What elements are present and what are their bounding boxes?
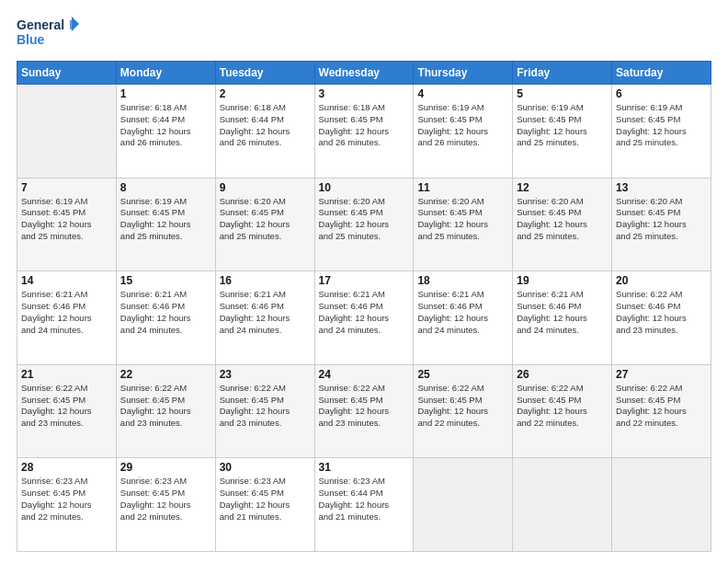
calendar-cell: 15Sunrise: 6:21 AMSunset: 6:46 PMDayligh… <box>116 271 215 365</box>
day-number: 23 <box>220 368 311 381</box>
day-info: Sunrise: 6:20 AMSunset: 6:45 PMDaylight:… <box>616 196 707 243</box>
day-number: 28 <box>21 461 112 474</box>
day-info: Sunrise: 6:21 AMSunset: 6:46 PMDaylight:… <box>417 289 508 336</box>
day-info: Sunrise: 6:23 AMSunset: 6:45 PMDaylight:… <box>120 476 211 523</box>
calendar-cell: 16Sunrise: 6:21 AMSunset: 6:46 PMDayligh… <box>215 271 314 365</box>
calendar-cell: 18Sunrise: 6:21 AMSunset: 6:46 PMDayligh… <box>414 271 513 365</box>
day-info: Sunrise: 6:22 AMSunset: 6:45 PMDaylight:… <box>120 383 211 430</box>
day-number: 30 <box>220 461 311 474</box>
day-number: 29 <box>120 461 211 474</box>
calendar-cell: 13Sunrise: 6:20 AMSunset: 6:45 PMDayligh… <box>612 178 711 271</box>
day-info: Sunrise: 6:19 AMSunset: 6:45 PMDaylight:… <box>616 102 707 149</box>
day-number: 20 <box>616 274 707 287</box>
calendar-cell: 3Sunrise: 6:18 AMSunset: 6:45 PMDaylight… <box>314 85 414 178</box>
day-number: 12 <box>517 181 608 194</box>
day-info: Sunrise: 6:19 AMSunset: 6:45 PMDaylight:… <box>21 196 112 243</box>
calendar-cell: 25Sunrise: 6:22 AMSunset: 6:45 PMDayligh… <box>414 364 513 458</box>
calendar-week-row: 28Sunrise: 6:23 AMSunset: 6:45 PMDayligh… <box>17 458 711 552</box>
day-info: Sunrise: 6:19 AMSunset: 6:45 PMDaylight:… <box>517 102 608 149</box>
day-info: Sunrise: 6:23 AMSunset: 6:45 PMDaylight:… <box>220 476 311 523</box>
day-number: 5 <box>517 87 608 100</box>
day-info: Sunrise: 6:22 AMSunset: 6:45 PMDaylight:… <box>319 383 410 430</box>
day-number: 25 <box>417 368 508 381</box>
day-number: 8 <box>120 181 211 194</box>
calendar-cell: 19Sunrise: 6:21 AMSunset: 6:46 PMDayligh… <box>513 271 612 365</box>
calendar-day-header: Monday <box>116 62 215 85</box>
calendar-cell: 29Sunrise: 6:23 AMSunset: 6:45 PMDayligh… <box>116 458 215 552</box>
calendar-cell: 7Sunrise: 6:19 AMSunset: 6:45 PMDaylight… <box>17 178 117 271</box>
day-number: 22 <box>120 368 211 381</box>
calendar-cell: 21Sunrise: 6:22 AMSunset: 6:45 PMDayligh… <box>17 364 117 458</box>
calendar-cell <box>414 458 513 552</box>
day-number: 18 <box>417 274 508 287</box>
day-info: Sunrise: 6:20 AMSunset: 6:45 PMDaylight:… <box>220 196 311 243</box>
day-info: Sunrise: 6:18 AMSunset: 6:45 PMDaylight:… <box>319 102 410 149</box>
day-number: 6 <box>616 87 707 100</box>
logo-svg: General Blue <box>17 15 81 52</box>
calendar-cell: 5Sunrise: 6:19 AMSunset: 6:45 PMDaylight… <box>513 85 612 178</box>
day-info: Sunrise: 6:21 AMSunset: 6:46 PMDaylight:… <box>120 289 211 336</box>
day-number: 7 <box>21 181 112 194</box>
day-number: 16 <box>220 274 311 287</box>
calendar-week-row: 1Sunrise: 6:18 AMSunset: 6:44 PMDaylight… <box>17 85 711 178</box>
day-info: Sunrise: 6:19 AMSunset: 6:45 PMDaylight:… <box>120 196 211 243</box>
day-number: 2 <box>220 87 311 100</box>
calendar-cell: 12Sunrise: 6:20 AMSunset: 6:45 PMDayligh… <box>513 178 612 271</box>
day-number: 11 <box>417 181 508 194</box>
day-info: Sunrise: 6:20 AMSunset: 6:45 PMDaylight:… <box>517 196 608 243</box>
day-info: Sunrise: 6:21 AMSunset: 6:46 PMDaylight:… <box>21 289 112 336</box>
calendar-week-row: 14Sunrise: 6:21 AMSunset: 6:46 PMDayligh… <box>17 271 711 365</box>
day-number: 14 <box>21 274 112 287</box>
calendar-cell: 2Sunrise: 6:18 AMSunset: 6:44 PMDaylight… <box>215 85 314 178</box>
day-info: Sunrise: 6:23 AMSunset: 6:44 PMDaylight:… <box>319 476 410 523</box>
calendar-cell: 22Sunrise: 6:22 AMSunset: 6:45 PMDayligh… <box>116 364 215 458</box>
calendar-header: SundayMondayTuesdayWednesdayThursdayFrid… <box>17 62 711 85</box>
calendar-cell: 27Sunrise: 6:22 AMSunset: 6:45 PMDayligh… <box>612 364 711 458</box>
day-info: Sunrise: 6:19 AMSunset: 6:45 PMDaylight:… <box>417 102 508 149</box>
logo: General Blue <box>17 15 81 52</box>
day-info: Sunrise: 6:22 AMSunset: 6:45 PMDaylight:… <box>417 383 508 430</box>
day-number: 26 <box>517 368 608 381</box>
calendar-cell: 6Sunrise: 6:19 AMSunset: 6:45 PMDaylight… <box>612 85 711 178</box>
calendar-day-header: Tuesday <box>215 62 314 85</box>
day-number: 10 <box>319 181 410 194</box>
day-info: Sunrise: 6:22 AMSunset: 6:45 PMDaylight:… <box>220 383 311 430</box>
calendar-cell: 17Sunrise: 6:21 AMSunset: 6:46 PMDayligh… <box>314 271 414 365</box>
calendar-day-header: Saturday <box>612 62 711 85</box>
calendar-cell <box>17 85 117 178</box>
calendar-cell: 10Sunrise: 6:20 AMSunset: 6:45 PMDayligh… <box>314 178 414 271</box>
calendar-cell: 23Sunrise: 6:22 AMSunset: 6:45 PMDayligh… <box>215 364 314 458</box>
calendar-cell: 8Sunrise: 6:19 AMSunset: 6:45 PMDaylight… <box>116 178 215 271</box>
day-number: 13 <box>616 181 707 194</box>
day-info: Sunrise: 6:18 AMSunset: 6:44 PMDaylight:… <box>120 102 211 149</box>
calendar-cell: 26Sunrise: 6:22 AMSunset: 6:45 PMDayligh… <box>513 364 612 458</box>
day-info: Sunrise: 6:22 AMSunset: 6:46 PMDaylight:… <box>616 289 707 336</box>
day-info: Sunrise: 6:22 AMSunset: 6:45 PMDaylight:… <box>616 383 707 430</box>
calendar-cell: 4Sunrise: 6:19 AMSunset: 6:45 PMDaylight… <box>414 85 513 178</box>
day-number: 17 <box>319 274 410 287</box>
header: General Blue <box>17 15 711 52</box>
day-number: 4 <box>417 87 508 100</box>
calendar-cell: 1Sunrise: 6:18 AMSunset: 6:44 PMDaylight… <box>116 85 215 178</box>
day-number: 19 <box>517 274 608 287</box>
calendar-cell: 11Sunrise: 6:20 AMSunset: 6:45 PMDayligh… <box>414 178 513 271</box>
day-info: Sunrise: 6:18 AMSunset: 6:44 PMDaylight:… <box>220 102 311 149</box>
day-number: 1 <box>120 87 211 100</box>
calendar-cell: 30Sunrise: 6:23 AMSunset: 6:45 PMDayligh… <box>215 458 314 552</box>
day-info: Sunrise: 6:23 AMSunset: 6:45 PMDaylight:… <box>21 476 112 523</box>
calendar-cell: 24Sunrise: 6:22 AMSunset: 6:45 PMDayligh… <box>314 364 414 458</box>
day-number: 9 <box>220 181 311 194</box>
calendar-week-row: 21Sunrise: 6:22 AMSunset: 6:45 PMDayligh… <box>17 364 711 458</box>
calendar-cell: 28Sunrise: 6:23 AMSunset: 6:45 PMDayligh… <box>17 458 117 552</box>
day-number: 24 <box>319 368 410 381</box>
calendar-week-row: 7Sunrise: 6:19 AMSunset: 6:45 PMDaylight… <box>17 178 711 271</box>
calendar-cell: 31Sunrise: 6:23 AMSunset: 6:44 PMDayligh… <box>314 458 414 552</box>
day-number: 27 <box>616 368 707 381</box>
svg-text:General: General <box>17 17 64 32</box>
calendar-day-header: Friday <box>513 62 612 85</box>
day-info: Sunrise: 6:21 AMSunset: 6:46 PMDaylight:… <box>319 289 410 336</box>
calendar-day-header: Thursday <box>414 62 513 85</box>
svg-text:Blue: Blue <box>17 32 45 47</box>
svg-marker-2 <box>72 17 79 31</box>
calendar-cell <box>612 458 711 552</box>
